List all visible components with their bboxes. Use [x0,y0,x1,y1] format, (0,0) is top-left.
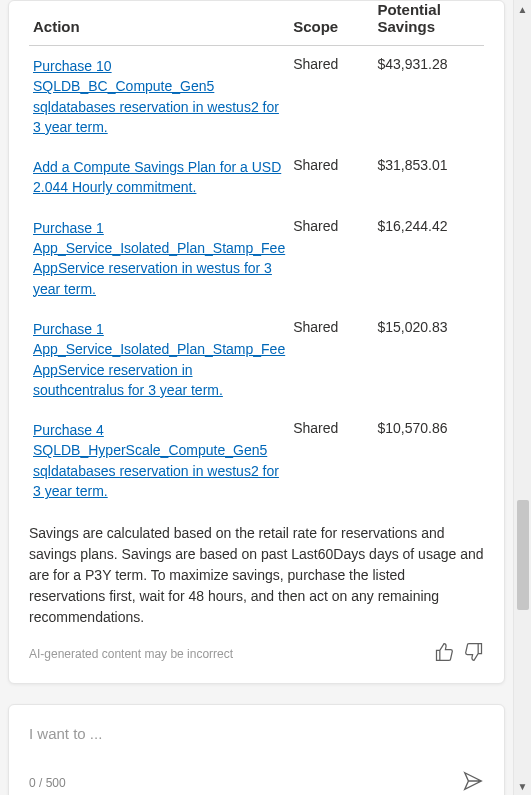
savings-cell: $10,570.86 [373,410,484,511]
savings-cell: $16,244.42 [373,208,484,309]
savings-cell: $31,853.01 [373,147,484,208]
savings-cell: $43,931.28 [373,46,484,148]
savings-cell: $15,020.83 [373,309,484,410]
action-link[interactable]: Purchase 1 App_Service_Isolated_Plan_Sta… [33,220,285,297]
action-link[interactable]: Purchase 10 SQLDB_BC_Compute_Gen5 sqldat… [33,58,279,135]
scrollbar[interactable]: ▲ ▼ [513,0,531,795]
scroll-up-icon[interactable]: ▲ [514,0,531,18]
table-row: Purchase 1 App_Service_Isolated_Plan_Sta… [29,208,484,309]
ai-disclaimer: AI-generated content may be incorrect [29,647,434,661]
savings-table: Action Scope Potential Savings Purchase … [29,1,484,511]
action-link[interactable]: Purchase 4 SQLDB_HyperScale_Compute_Gen5… [33,422,279,499]
chat-input-card[interactable]: I want to ... 0 / 500 [8,704,505,795]
scope-cell: Shared [289,309,373,410]
action-link[interactable]: Purchase 1 App_Service_Isolated_Plan_Sta… [33,321,285,398]
table-row: Purchase 4 SQLDB_HyperScale_Compute_Gen5… [29,410,484,511]
response-card: Action Scope Potential Savings Purchase … [8,0,505,684]
savings-note: Savings are calculated based on the reta… [29,523,484,628]
action-link[interactable]: Add a Compute Savings Plan for a USD 2.0… [33,159,281,195]
scope-cell: Shared [289,410,373,511]
thumbs-up-icon[interactable] [434,642,454,665]
scope-cell: Shared [289,46,373,148]
table-row: Purchase 1 App_Service_Isolated_Plan_Sta… [29,309,484,410]
table-row: Add a Compute Savings Plan for a USD 2.0… [29,147,484,208]
header-scope: Scope [289,1,373,46]
char-count: 0 / 500 [29,776,66,790]
scope-cell: Shared [289,208,373,309]
send-icon[interactable] [462,770,484,795]
chat-input[interactable]: I want to ... [29,725,484,742]
scroll-down-icon[interactable]: ▼ [514,777,531,795]
scope-cell: Shared [289,147,373,208]
header-savings: Potential Savings [373,1,484,46]
scroll-thumb[interactable] [517,500,529,610]
header-action: Action [29,1,289,46]
table-row: Purchase 10 SQLDB_BC_Compute_Gen5 sqldat… [29,46,484,148]
thumbs-down-icon[interactable] [464,642,484,665]
